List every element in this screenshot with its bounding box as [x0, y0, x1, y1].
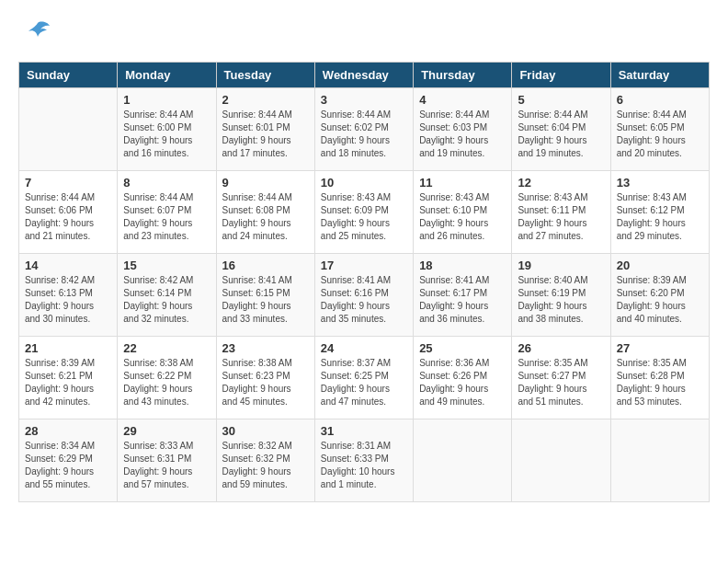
day-number: 15 — [123, 259, 210, 272]
calendar-cell: 25Sunrise: 8:36 AM Sunset: 6:26 PM Dayli… — [414, 337, 512, 419]
day-content: Sunrise: 8:33 AM Sunset: 6:31 PM Dayligh… — [123, 440, 210, 491]
calendar-cell: 6Sunrise: 8:44 AM Sunset: 6:05 PM Daylig… — [610, 88, 709, 171]
day-number: 21 — [25, 341, 111, 355]
calendar-cell: 4Sunrise: 8:44 AM Sunset: 6:03 PM Daylig… — [414, 88, 512, 171]
day-number: 1 — [123, 93, 210, 107]
day-content: Sunrise: 8:34 AM Sunset: 6:29 PM Dayligh… — [25, 440, 111, 491]
day-content: Sunrise: 8:43 AM Sunset: 6:12 PM Dayligh… — [617, 191, 703, 243]
day-content: Sunrise: 8:41 AM Sunset: 6:16 PM Dayligh… — [321, 274, 407, 326]
calendar-cell: 31Sunrise: 8:31 AM Sunset: 6:33 PM Dayli… — [314, 419, 413, 502]
calendar-cell — [414, 419, 512, 502]
calendar-cell: 12Sunrise: 8:43 AM Sunset: 6:11 PM Dayli… — [512, 171, 610, 254]
logo — [18, 18, 51, 52]
day-number: 24 — [321, 341, 407, 355]
day-number: 12 — [518, 176, 604, 190]
day-content: Sunrise: 8:31 AM Sunset: 6:33 PM Dayligh… — [321, 440, 407, 491]
day-number: 8 — [123, 176, 210, 190]
calendar-cell: 16Sunrise: 8:41 AM Sunset: 6:15 PM Dayli… — [216, 254, 314, 337]
day-content: Sunrise: 8:44 AM Sunset: 6:06 PM Dayligh… — [25, 191, 111, 243]
day-content: Sunrise: 8:35 AM Sunset: 6:28 PM Dayligh… — [617, 357, 703, 408]
calendar-cell: 26Sunrise: 8:35 AM Sunset: 6:27 PM Dayli… — [512, 337, 610, 419]
day-number: 11 — [419, 176, 506, 190]
day-content: Sunrise: 8:37 AM Sunset: 6:25 PM Dayligh… — [321, 357, 407, 408]
day-number: 18 — [419, 259, 506, 272]
calendar-cell: 18Sunrise: 8:41 AM Sunset: 6:17 PM Dayli… — [414, 254, 512, 337]
calendar-cell: 11Sunrise: 8:43 AM Sunset: 6:10 PM Dayli… — [414, 171, 512, 254]
day-content: Sunrise: 8:44 AM Sunset: 6:03 PM Dayligh… — [419, 109, 506, 160]
day-number: 2 — [222, 93, 309, 107]
calendar-cell: 19Sunrise: 8:40 AM Sunset: 6:19 PM Dayli… — [512, 254, 610, 337]
calendar-table: SundayMondayTuesdayWednesdayThursdayFrid… — [18, 62, 710, 502]
day-content: Sunrise: 8:35 AM Sunset: 6:27 PM Dayligh… — [518, 357, 604, 408]
calendar-cell: 23Sunrise: 8:38 AM Sunset: 6:23 PM Dayli… — [216, 337, 314, 419]
calendar-cell: 13Sunrise: 8:43 AM Sunset: 6:12 PM Dayli… — [610, 171, 709, 254]
calendar-cell: 2Sunrise: 8:44 AM Sunset: 6:01 PM Daylig… — [216, 88, 314, 171]
calendar-cell: 22Sunrise: 8:38 AM Sunset: 6:22 PM Dayli… — [118, 337, 216, 419]
calendar-cell — [610, 419, 709, 502]
day-content: Sunrise: 8:43 AM Sunset: 6:11 PM Dayligh… — [518, 191, 604, 243]
day-number: 22 — [123, 341, 210, 355]
day-number: 5 — [518, 93, 604, 107]
week-row-5: 28Sunrise: 8:34 AM Sunset: 6:29 PM Dayli… — [19, 419, 710, 502]
calendar-cell: 10Sunrise: 8:43 AM Sunset: 6:09 PM Dayli… — [314, 171, 413, 254]
day-number: 23 — [222, 341, 309, 355]
day-number: 26 — [518, 341, 604, 355]
calendar-cell: 14Sunrise: 8:42 AM Sunset: 6:13 PM Dayli… — [19, 254, 118, 337]
column-header-thursday: Thursday — [414, 63, 512, 88]
day-number: 31 — [321, 424, 407, 438]
day-number: 30 — [222, 424, 309, 438]
day-content: Sunrise: 8:43 AM Sunset: 6:10 PM Dayligh… — [419, 191, 506, 243]
day-number: 3 — [321, 93, 407, 107]
day-content: Sunrise: 8:41 AM Sunset: 6:15 PM Dayligh… — [222, 274, 309, 326]
day-content: Sunrise: 8:32 AM Sunset: 6:32 PM Dayligh… — [222, 440, 309, 491]
column-header-monday: Monday — [118, 63, 216, 88]
logo-bird-icon — [24, 18, 51, 52]
calendar-cell: 24Sunrise: 8:37 AM Sunset: 6:25 PM Dayli… — [314, 337, 413, 419]
calendar-cell: 5Sunrise: 8:44 AM Sunset: 6:04 PM Daylig… — [512, 88, 610, 171]
calendar-cell: 29Sunrise: 8:33 AM Sunset: 6:31 PM Dayli… — [118, 419, 216, 502]
day-number: 6 — [617, 93, 703, 107]
calendar-cell: 7Sunrise: 8:44 AM Sunset: 6:06 PM Daylig… — [19, 171, 118, 254]
week-row-4: 21Sunrise: 8:39 AM Sunset: 6:21 PM Dayli… — [19, 337, 710, 419]
week-row-2: 7Sunrise: 8:44 AM Sunset: 6:06 PM Daylig… — [19, 171, 710, 254]
calendar-cell: 30Sunrise: 8:32 AM Sunset: 6:32 PM Dayli… — [216, 419, 314, 502]
day-content: Sunrise: 8:44 AM Sunset: 6:07 PM Dayligh… — [123, 191, 210, 243]
day-number: 13 — [617, 176, 703, 190]
day-content: Sunrise: 8:42 AM Sunset: 6:14 PM Dayligh… — [123, 274, 210, 326]
calendar-cell: 28Sunrise: 8:34 AM Sunset: 6:29 PM Dayli… — [19, 419, 118, 502]
column-header-wednesday: Wednesday — [314, 63, 413, 88]
week-row-1: 1Sunrise: 8:44 AM Sunset: 6:00 PM Daylig… — [19, 88, 710, 171]
calendar-cell — [19, 88, 118, 171]
day-number: 28 — [25, 424, 111, 438]
day-content: Sunrise: 8:43 AM Sunset: 6:09 PM Dayligh… — [321, 191, 407, 243]
page-header — [18, 18, 710, 52]
day-content: Sunrise: 8:44 AM Sunset: 6:01 PM Dayligh… — [222, 109, 309, 160]
calendar-cell — [512, 419, 610, 502]
calendar-cell: 8Sunrise: 8:44 AM Sunset: 6:07 PM Daylig… — [118, 171, 216, 254]
day-content: Sunrise: 8:42 AM Sunset: 6:13 PM Dayligh… — [25, 274, 111, 326]
calendar-cell: 9Sunrise: 8:44 AM Sunset: 6:08 PM Daylig… — [216, 171, 314, 254]
calendar-cell: 3Sunrise: 8:44 AM Sunset: 6:02 PM Daylig… — [314, 88, 413, 171]
day-content: Sunrise: 8:44 AM Sunset: 6:08 PM Dayligh… — [222, 191, 309, 243]
day-content: Sunrise: 8:36 AM Sunset: 6:26 PM Dayligh… — [419, 357, 506, 408]
day-content: Sunrise: 8:39 AM Sunset: 6:21 PM Dayligh… — [25, 357, 111, 408]
day-number: 17 — [321, 259, 407, 272]
column-header-sunday: Sunday — [19, 63, 118, 88]
calendar-cell: 20Sunrise: 8:39 AM Sunset: 6:20 PM Dayli… — [610, 254, 709, 337]
day-number: 25 — [419, 341, 506, 355]
column-header-tuesday: Tuesday — [216, 63, 314, 88]
day-number: 16 — [222, 259, 309, 272]
day-number: 4 — [419, 93, 506, 107]
day-content: Sunrise: 8:44 AM Sunset: 6:05 PM Dayligh… — [617, 109, 703, 160]
calendar-cell: 1Sunrise: 8:44 AM Sunset: 6:00 PM Daylig… — [118, 88, 216, 171]
calendar-cell: 27Sunrise: 8:35 AM Sunset: 6:28 PM Dayli… — [610, 337, 709, 419]
day-content: Sunrise: 8:44 AM Sunset: 6:00 PM Dayligh… — [123, 109, 210, 160]
day-number: 7 — [25, 176, 111, 190]
day-content: Sunrise: 8:39 AM Sunset: 6:20 PM Dayligh… — [617, 274, 703, 326]
day-number: 27 — [617, 341, 703, 355]
day-content: Sunrise: 8:38 AM Sunset: 6:22 PM Dayligh… — [123, 357, 210, 408]
day-content: Sunrise: 8:41 AM Sunset: 6:17 PM Dayligh… — [419, 274, 506, 326]
header-row: SundayMondayTuesdayWednesdayThursdayFrid… — [19, 63, 710, 88]
day-content: Sunrise: 8:38 AM Sunset: 6:23 PM Dayligh… — [222, 357, 309, 408]
day-number: 19 — [518, 259, 604, 272]
